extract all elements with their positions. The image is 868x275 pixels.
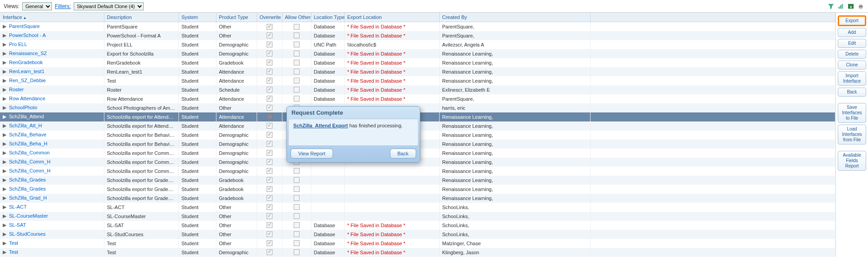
interface-name[interactable]: SchZilla_Common [9, 150, 50, 155]
table-row[interactable]: ▶Pro ELLProject ELLStudentDemographicUNC… [0, 40, 835, 49]
expand-icon[interactable]: ▶ [3, 96, 7, 102]
expand-icon[interactable]: ▶ [3, 87, 7, 93]
interface-name[interactable]: Renaissance_SZ [9, 51, 47, 56]
interface-name[interactable]: RenLearn_test1 [9, 69, 44, 74]
col-interface[interactable]: Interface [0, 13, 104, 22]
interface-name[interactable]: Roster [9, 87, 23, 92]
expand-icon[interactable]: ▶ [3, 132, 7, 138]
excel-icon[interactable]: X [847, 3, 854, 10]
expand-icon[interactable]: ▶ [3, 114, 7, 120]
interface-name[interactable]: SL-SAT [9, 222, 26, 228]
expand-icon[interactable]: ▶ [3, 78, 7, 84]
clone-button[interactable]: Clone [838, 61, 866, 70]
filters-select[interactable]: Skyward Default Clone (4) [74, 2, 144, 10]
table-row[interactable]: ▶SL-CourseMasterSL-CourseMasterStudentOt… [0, 212, 835, 221]
expand-icon[interactable]: ▶ [3, 249, 7, 255]
expand-icon[interactable]: ▶ [3, 51, 7, 56]
print-icon[interactable] [857, 3, 864, 10]
edit-button[interactable]: Edit [838, 39, 866, 48]
table-row[interactable]: ▶Row AttendanceRow AttendanceStudentAtte… [0, 94, 835, 103]
interface-name[interactable]: PowerSchool - A [9, 33, 46, 38]
interface-name[interactable]: ParentSquare [9, 23, 40, 29]
interface-name[interactable]: SchZilla_Grades [9, 177, 46, 182]
back-button[interactable]: Back [838, 88, 866, 97]
dialog-back-button[interactable]: Back [390, 149, 416, 158]
expand-icon[interactable]: ▶ [3, 123, 7, 129]
expand-icon[interactable]: ▶ [3, 150, 7, 156]
expand-icon[interactable]: ▶ [3, 213, 7, 219]
interface-name[interactable]: Ren_SZ_Debbie [9, 78, 46, 83]
expand-icon[interactable]: ▶ [3, 204, 7, 210]
table-row[interactable]: ▶Renaissance_SZExport for SchoolzillaStu… [0, 49, 835, 58]
table-row[interactable]: ▶TestTestStudentOtherDatabase* File Save… [0, 239, 835, 248]
table-row[interactable]: ▶SchZilla_Grad_HSchoolzilla export for G… [0, 194, 835, 203]
add-button[interactable]: Add [838, 28, 866, 37]
expand-icon[interactable]: ▶ [3, 23, 7, 29]
col-export-location[interactable]: Export Location [344, 13, 439, 22]
chart-icon[interactable] [837, 3, 845, 10]
load-interfaces-button[interactable]: Load Interfaces from File [838, 125, 866, 144]
interface-name[interactable]: SchZilla_Comm_H [9, 159, 51, 164]
interface-name[interactable]: SchoolPhoto [9, 105, 37, 110]
expand-icon[interactable]: ▶ [3, 240, 7, 246]
col-description[interactable]: Description [104, 13, 178, 22]
export-button[interactable]: Export [838, 15, 866, 26]
table-row[interactable]: ▶SchZilla_Comm_HSchoolzilla export for C… [0, 167, 835, 176]
interface-name[interactable]: SchZilla_Comm_H [9, 168, 51, 173]
table-row[interactable]: ▶SchZilla_GradesSchoolzilla export for G… [0, 185, 835, 194]
import-interface-button[interactable]: Import Interface [838, 71, 866, 86]
table-row[interactable]: ▶TestTestStudentDemographicDatabase* Fil… [0, 248, 835, 257]
expand-icon[interactable]: ▶ [3, 33, 7, 38]
col-location-type[interactable]: Location Type [311, 13, 344, 22]
table-row[interactable]: ▶Ren_SZ_DebbieTestStudentAttendanceDatab… [0, 76, 835, 85]
interface-name[interactable]: SL-CourseMaster [9, 213, 48, 219]
interface-name[interactable]: Pro ELL [9, 42, 27, 47]
save-interfaces-button[interactable]: Save Interfaces to File [838, 103, 866, 123]
expand-icon[interactable]: ▶ [3, 195, 7, 201]
interface-name[interactable]: SL-ACT [9, 204, 27, 210]
table-row[interactable]: ▶SL-SATSL-SATStudentOtherDatabase* File … [0, 221, 835, 230]
interface-name[interactable]: SL-StudCourses [9, 231, 46, 237]
col-product-type[interactable]: Product Type [216, 13, 257, 22]
expand-icon[interactable]: ▶ [3, 168, 7, 174]
col-overwrite[interactable]: Overwrite [257, 13, 282, 22]
view-report-button[interactable]: View Report [291, 149, 333, 158]
dialog-export-link[interactable]: SchZilla_Attend Export [293, 123, 348, 128]
expand-icon[interactable]: ▶ [3, 186, 7, 192]
col-created-by[interactable]: Created By [439, 13, 590, 22]
table-row[interactable]: ▶RosterRosterStudentScheduleDatabase* Fi… [0, 85, 835, 94]
interface-name[interactable]: SchZilla_Grad_H [9, 195, 47, 200]
expand-icon[interactable]: ▶ [3, 69, 7, 75]
expand-icon[interactable]: ▶ [3, 60, 7, 65]
col-system[interactable]: System [178, 13, 216, 22]
interface-name[interactable]: SchZilla_Att_H [9, 123, 42, 128]
interface-name[interactable]: SchZilla_Grades [9, 186, 46, 191]
table-row[interactable]: ▶RenLearn_test1RenLearn_test1StudentAtte… [0, 67, 835, 76]
available-fields-button[interactable]: Available Fields Report [838, 151, 866, 171]
expand-icon[interactable]: ▶ [3, 159, 7, 165]
delete-button[interactable]: Delete [838, 50, 866, 59]
interface-name[interactable]: SchZilla_Behave [9, 132, 47, 137]
interface-name[interactable]: SchZilla_Attend [9, 114, 44, 119]
expand-icon[interactable]: ▶ [3, 42, 7, 47]
interface-name[interactable]: Test [9, 240, 18, 246]
views-select[interactable]: General [22, 2, 52, 10]
table-row[interactable]: ▶PowerSchool - APowerSchool - Format ASt… [0, 31, 835, 40]
expand-icon[interactable]: ▶ [3, 177, 7, 183]
expand-icon[interactable]: ▶ [3, 222, 7, 228]
expand-icon[interactable]: ▶ [3, 141, 7, 147]
table-row[interactable]: ▶ParentSquareParentSquareStudentOtherDat… [0, 22, 835, 31]
expand-icon[interactable]: ▶ [3, 231, 7, 237]
interface-name[interactable]: SchZilla_Beha_H [9, 141, 47, 146]
table-row[interactable]: ▶RenGradebookRenGradebookStudentGradeboo… [0, 58, 835, 67]
interface-name[interactable]: Row Attendance [9, 96, 45, 101]
col-allow-others[interactable]: Allow Others [282, 13, 311, 22]
interface-name[interactable]: RenGradebook [9, 60, 43, 65]
interface-name[interactable]: Test [9, 249, 18, 255]
table-row[interactable]: ▶SL-StudCoursesSL-StudCoursesStudentOthe… [0, 230, 835, 239]
filter-icon[interactable] [827, 3, 835, 10]
table-row[interactable]: ▶SL-ACTSL-ACTStudentOtherSchooLinks, [0, 203, 835, 212]
filters-label[interactable]: Filters: [55, 3, 71, 9]
table-row[interactable]: ▶SchZilla_GradesSchoolzilla export for G… [0, 176, 835, 185]
expand-icon[interactable]: ▶ [3, 105, 7, 111]
